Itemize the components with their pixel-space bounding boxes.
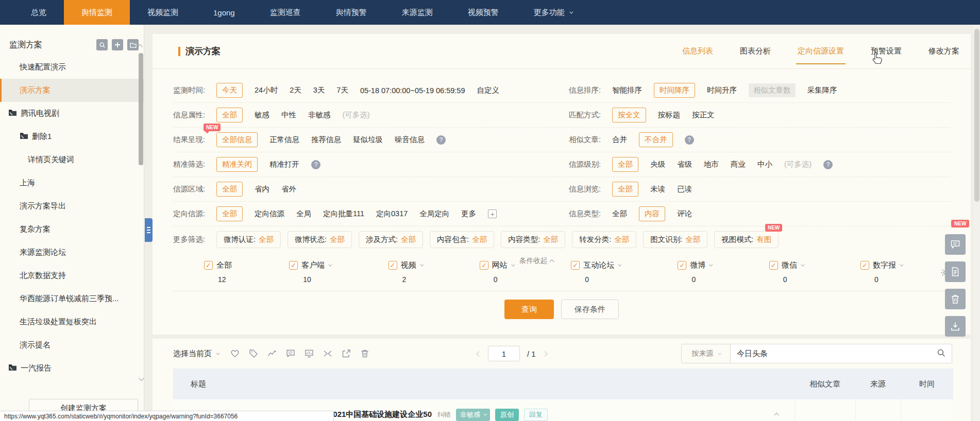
sidebar-item[interactable]: 演示提名: [0, 334, 144, 357]
filter-option[interactable]: 央级: [650, 160, 665, 169]
nav-item[interactable]: 监测巡查: [252, 0, 318, 25]
comment-icon[interactable]: [285, 349, 295, 359]
filter-option[interactable]: 商业: [731, 160, 746, 169]
nav-item[interactable]: 来源监测: [384, 0, 450, 25]
filter-option[interactable]: 省内: [255, 184, 269, 194]
filter-option[interactable]: 省级: [677, 160, 692, 169]
filter-option[interactable]: +: [488, 209, 497, 218]
filter-option[interactable]: 按标题: [658, 110, 681, 120]
source-checkbox[interactable]: [769, 261, 778, 270]
nav-item[interactable]: 1gong: [196, 0, 252, 25]
article-tag[interactable]: 回复: [524, 409, 548, 421]
tab[interactable]: 预警设置: [871, 46, 902, 56]
filter-option[interactable]: 今天: [216, 83, 243, 98]
feedback-icon[interactable]: [945, 234, 966, 255]
filter-option[interactable]: 噪音信息: [395, 135, 425, 145]
filter-option[interactable]: 7天: [336, 85, 348, 95]
filter-option[interactable]: 智能排序: [612, 85, 642, 95]
filter-option[interactable]: ?: [823, 160, 833, 169]
export-icon[interactable]: [341, 349, 351, 359]
sidebar-item[interactable]: 腾讯电视剧: [0, 102, 144, 125]
filter-option[interactable]: 正常信息: [269, 135, 299, 145]
tab[interactable]: 修改方案: [928, 46, 959, 56]
filter-option[interactable]: 全局: [296, 209, 311, 219]
next-page-icon[interactable]: [542, 351, 547, 356]
filter-option[interactable]: 更多: [461, 209, 476, 219]
search-input[interactable]: [737, 349, 937, 358]
chevron-down-icon[interactable]: [900, 263, 903, 267]
filter-option[interactable]: 合并: [612, 135, 627, 145]
filter-option[interactable]: 精准打开: [269, 160, 299, 169]
chevron-down-icon[interactable]: [511, 263, 515, 267]
sidebar-item[interactable]: 北京数据支持: [0, 264, 144, 287]
filter-option[interactable]: 中性: [281, 110, 296, 120]
favorite-heart-icon[interactable]: [230, 349, 240, 359]
chevron-down-icon[interactable]: [618, 263, 622, 267]
more-filter-chip[interactable]: 内容包含: 全部: [430, 231, 494, 248]
filter-option[interactable]: 内容: [639, 206, 665, 221]
nav-item[interactable]: 视频预警: [450, 0, 516, 25]
filter-option[interactable]: 全局定向: [419, 209, 449, 219]
media-chart-icon[interactable]: [304, 349, 314, 359]
chevron-down-icon[interactable]: [329, 263, 332, 267]
sidebar-item[interactable]: 删除1: [0, 125, 144, 148]
filter-option[interactable]: 地市: [704, 160, 719, 169]
merge-icon[interactable]: [323, 349, 332, 359]
report-icon[interactable]: [945, 261, 966, 282]
article-title[interactable]: 2021中国基础设施建设企业50: [329, 410, 432, 419]
page-input[interactable]: [488, 346, 520, 361]
filter-option[interactable]: 全部: [612, 182, 638, 197]
filter-option[interactable]: 自定义: [477, 85, 499, 95]
sidebar-item[interactable]: 详情页关键词: [0, 148, 144, 171]
filter-option[interactable]: 采集降序: [807, 85, 837, 95]
filter-option[interactable]: 3天: [313, 85, 325, 95]
sidebar-item[interactable]: 生活垃圾处置短板突出: [0, 310, 144, 334]
sidebar-item[interactable]: 复杂方案: [0, 218, 144, 241]
source-checkbox[interactable]: [289, 261, 298, 270]
sidebar-scrollbar[interactable]: [139, 53, 143, 165]
collapse-conditions-button[interactable]: 条件收起: [516, 256, 557, 266]
filter-option[interactable]: ?: [436, 135, 446, 145]
source-checkbox[interactable]: [571, 261, 580, 270]
filter-option[interactable]: 全部: [216, 206, 243, 221]
filter-option[interactable]: 时间升序: [707, 85, 737, 95]
filter-option[interactable]: 全部: [216, 108, 243, 122]
select-current-page[interactable]: 选择当前页: [173, 349, 218, 359]
folder-group-icon[interactable]: [127, 39, 139, 50]
filter-option[interactable]: NEW 全部信息: [216, 132, 258, 147]
add-plan-icon[interactable]: [112, 39, 123, 50]
more-filter-chip[interactable]: 内容类型: 全部: [501, 231, 565, 248]
filter-option[interactable]: ?: [685, 135, 694, 145]
filter-option[interactable]: 推荐信息: [311, 135, 341, 145]
tab[interactable]: 图表分析: [740, 46, 771, 56]
filter-option[interactable]: 全部: [216, 182, 243, 197]
filter-option[interactable]: 2天: [290, 85, 301, 95]
filter-option[interactable]: 敏感: [255, 110, 269, 120]
filter-option[interactable]: 中小: [757, 160, 772, 169]
query-button[interactable]: 查询: [504, 300, 554, 319]
filter-option[interactable]: 省外: [281, 184, 296, 194]
more-filter-chip[interactable]: 微博状态: 全部: [288, 231, 352, 248]
filter-option[interactable]: 按正文: [692, 110, 715, 120]
filter-option[interactable]: 定向信源: [255, 209, 284, 219]
filter-option[interactable]: 定向0317: [376, 209, 408, 219]
filter-option[interactable]: 24小时: [255, 85, 278, 95]
filter-option[interactable]: 定向批量111: [323, 209, 364, 219]
tab[interactable]: 定向信源设置: [798, 46, 844, 56]
chevron-down-icon[interactable]: [709, 263, 713, 267]
sidebar-item[interactable]: 华西能源订单锐减前三季预...: [0, 287, 144, 310]
more-filter-chip[interactable]: NEW 视图模式: 有图: [714, 231, 779, 248]
filter-option[interactable]: ?: [311, 160, 320, 169]
sidebar-item[interactable]: 来源监测论坛: [0, 241, 144, 264]
trash-icon[interactable]: [945, 289, 966, 309]
filter-option[interactable]: 按全文: [612, 108, 646, 122]
sidebar-item[interactable]: 演示方案导出: [0, 195, 144, 218]
delete-icon[interactable]: [360, 349, 369, 359]
tag-icon[interactable]: [248, 349, 258, 359]
filter-option[interactable]: 已读: [677, 184, 692, 194]
filter-option[interactable]: 05-18 07:00:00~05-19 06:59:59: [360, 86, 465, 95]
chevron-down-icon[interactable]: [420, 263, 424, 267]
source-checkbox[interactable]: [860, 261, 869, 270]
save-conditions-button[interactable]: 保存条件: [561, 300, 619, 319]
search-icon[interactable]: [937, 348, 945, 359]
